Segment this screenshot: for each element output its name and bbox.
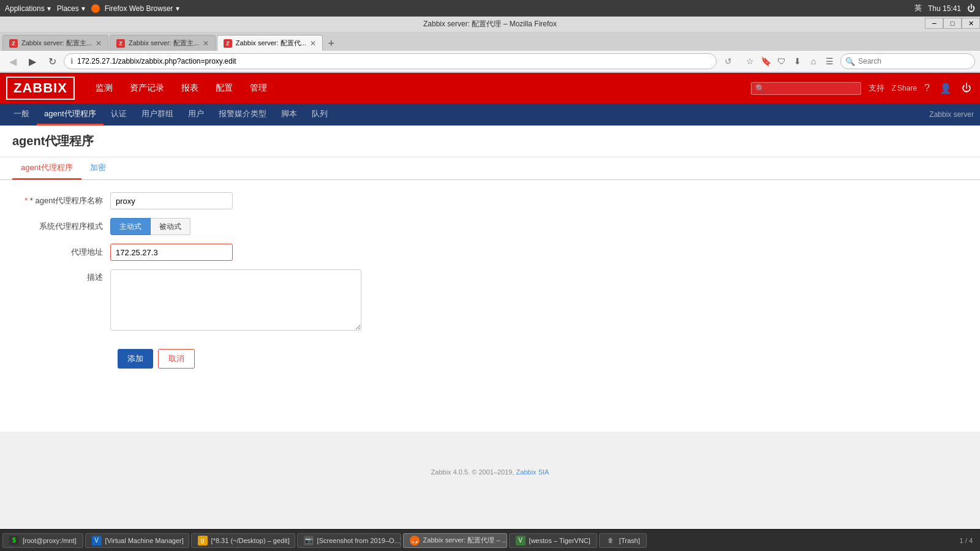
subnav-item-agent[interactable]: agent代理程序: [37, 103, 104, 126]
browser-chrome: Zabbix server: 配置代理 – Mozilla Firefox − …: [0, 17, 980, 73]
support-icon[interactable]: 支持: [866, 80, 887, 96]
reload-btn-2[interactable]: ↺: [720, 53, 736, 69]
firefox-chevron: ▾: [176, 4, 179, 13]
tab-encryption[interactable]: 加密: [81, 157, 115, 180]
zabbix-subnav: 一般 agent代理程序 认证 用户群组 用户 报警媒介类型 脚本 队列 Zab…: [0, 103, 980, 126]
user-icon[interactable]: 👤: [937, 80, 954, 97]
subnav-item-users[interactable]: 用户: [181, 103, 211, 126]
footer-text: Zabbix 4.0.5. © 2001–2019,: [431, 468, 514, 476]
tab-3-close[interactable]: ✕: [310, 39, 316, 48]
description-textarea[interactable]: [110, 269, 361, 331]
subnav-item-queue[interactable]: 队列: [304, 103, 335, 126]
power-header-icon[interactable]: ⏻: [959, 80, 974, 96]
page-footer: Zabbix 4.0.5. © 2001–2019, Zabbix SIA: [0, 456, 980, 488]
main-content: agent代理程序 agent代理程序 加密 * * agent代理程序名称 系…: [0, 126, 980, 432]
tab-2-label: Zabbix server: 配置主...: [129, 39, 199, 48]
address-bar[interactable]: ℹ: [64, 53, 717, 69]
nav-item-admin[interactable]: 管理: [241, 73, 276, 103]
share-label: Share: [897, 84, 917, 92]
form-buttons: 添加 取消: [12, 339, 968, 369]
name-input[interactable]: [110, 192, 233, 209]
header-search-input[interactable]: [767, 84, 857, 92]
form-row-address: 代理地址: [12, 244, 968, 261]
browser-tabs: Z Zabbix server: 配置主... ✕ Z Zabbix serve…: [0, 32, 980, 51]
nav-item-reports[interactable]: 报表: [173, 73, 207, 103]
browser-tab-3[interactable]: Z Zabbix server: 配置代... ✕: [217, 35, 323, 51]
firefox-label: Firefox Web Browser: [105, 4, 173, 13]
subnav-item-mediatypes[interactable]: 报警媒介类型: [211, 103, 274, 126]
subnav-item-usergroups[interactable]: 用户群组: [134, 103, 181, 126]
new-tab-button[interactable]: +: [324, 36, 339, 51]
places-menu[interactable]: Places ▾: [57, 4, 85, 13]
mode-active-button[interactable]: 主动式: [110, 218, 151, 235]
form-row-name: * * agent代理程序名称: [12, 192, 968, 209]
nav-item-assets[interactable]: 资产记录: [121, 73, 173, 103]
home-icon[interactable]: ⌂: [806, 54, 821, 69]
cancel-button[interactable]: 取消: [158, 349, 195, 369]
browser-addressbar: ◀ ▶ ↻ ℹ ↺ ☆ 🔖 🛡 ⬇ ⌂ ☰ 🔍: [0, 51, 980, 72]
zabbix-header: ZABBIX 监测 资产记录 报表 配置 管理 🔍 支持 Z Share ? 👤…: [0, 73, 980, 103]
tab-1-label: Zabbix server: 配置主...: [21, 39, 92, 48]
mode-buttons: 主动式 被动式: [110, 218, 190, 235]
page-title: agent代理程序: [12, 133, 968, 149]
tab-2-close[interactable]: ✕: [203, 39, 209, 48]
menu-icon[interactable]: ☰: [822, 54, 837, 69]
share-button[interactable]: Z Share: [892, 84, 917, 92]
subnav-server-label: Zabbix server: [929, 110, 974, 119]
places-chevron: ▾: [81, 4, 85, 13]
close-button[interactable]: ✕: [962, 18, 980, 29]
subnav-item-scripts[interactable]: 脚本: [274, 103, 304, 126]
form-row-mode: 系统代理程序模式 主动式 被动式: [12, 218, 968, 235]
required-star: *: [24, 196, 30, 205]
address-label: 代理地址: [12, 247, 110, 258]
form-row-description: 描述: [12, 269, 968, 331]
addressbar-icons: ☆ 🔖 🛡 ⬇ ⌂ ☰: [742, 54, 837, 69]
os-topbar-left: Applications ▾ Places ▾ Firefox Web Brow…: [5, 4, 179, 13]
download-icon[interactable]: ⬇: [790, 54, 805, 69]
shield-icon[interactable]: 🛡: [774, 54, 789, 69]
clock: Thu 15:41: [928, 4, 961, 13]
reload-button[interactable]: ↻: [44, 53, 60, 69]
footer-link[interactable]: Zabbix SIA: [516, 468, 549, 476]
name-label: * * agent代理程序名称: [12, 195, 110, 206]
bookmark-icon[interactable]: 🔖: [758, 54, 773, 69]
nav-item-monitoring[interactable]: 监测: [87, 73, 121, 103]
zabbix-logo[interactable]: ZABBIX: [6, 77, 75, 100]
back-button[interactable]: ◀: [5, 53, 21, 69]
address-input[interactable]: [77, 57, 710, 66]
header-search-box[interactable]: 🔍: [751, 82, 861, 95]
tab-2-favicon: Z: [116, 39, 125, 48]
browser-titlebar: Zabbix server: 配置代理 – Mozilla Firefox − …: [0, 17, 980, 32]
tab-agent-proxy[interactable]: agent代理程序: [12, 157, 81, 180]
add-button[interactable]: 添加: [118, 349, 153, 369]
bookmark-star-icon[interactable]: ☆: [742, 54, 757, 69]
forward-button[interactable]: ▶: [24, 53, 40, 69]
lang-indicator[interactable]: 英: [914, 3, 922, 13]
description-label: 描述: [12, 269, 110, 283]
search-input[interactable]: [840, 53, 975, 69]
maximize-button[interactable]: □: [943, 18, 962, 29]
tab-3-favicon: Z: [224, 39, 232, 48]
browser-tab-2[interactable]: Z Zabbix server: 配置主... ✕: [110, 35, 216, 51]
applications-label: Applications: [5, 4, 45, 13]
tab-1-close[interactable]: ✕: [96, 39, 102, 48]
minimize-button[interactable]: −: [925, 18, 943, 29]
browser-title: Zabbix server: 配置代理 – Mozilla Firefox: [423, 20, 557, 28]
power-icon[interactable]: ⏻: [967, 4, 975, 13]
help-icon[interactable]: ?: [922, 80, 932, 96]
address-input[interactable]: [110, 244, 233, 261]
firefox-menu[interactable]: Firefox Web Browser ▾: [91, 4, 179, 13]
applications-menu[interactable]: Applications ▾: [5, 4, 51, 13]
mode-label: 系统代理程序模式: [12, 221, 110, 232]
applications-chevron: ▾: [47, 4, 51, 13]
share-z-icon: Z: [892, 84, 896, 92]
browser-tab-1[interactable]: Z Zabbix server: 配置主... ✕: [2, 35, 108, 51]
mode-passive-button[interactable]: 被动式: [151, 218, 190, 235]
header-search-icon: 🔍: [755, 84, 765, 93]
page-header: agent代理程序: [0, 126, 980, 157]
subnav-item-general[interactable]: 一般: [6, 103, 37, 126]
nav-item-config[interactable]: 配置: [207, 73, 241, 103]
subnav-item-auth[interactable]: 认证: [104, 103, 134, 126]
zabbix-app: ZABBIX 监测 资产记录 报表 配置 管理 🔍 支持 Z Share ? 👤…: [0, 73, 980, 488]
name-label-text: * agent代理程序名称: [30, 196, 103, 205]
